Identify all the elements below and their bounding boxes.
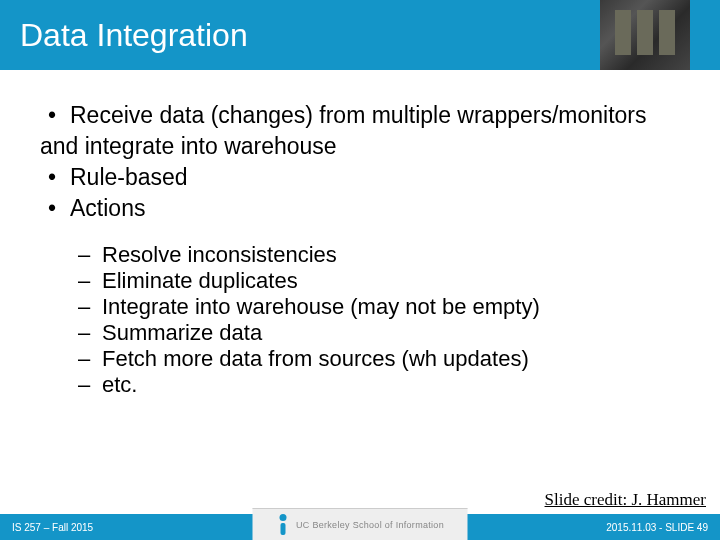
bullet-item: Actions — [40, 193, 680, 224]
footer-right-text: 2015.11.03 - SLIDE 49 — [606, 522, 708, 533]
sub-bullet-item: Resolve inconsistencies — [78, 242, 680, 268]
footer-center-text: UC Berkeley School of Information — [296, 520, 444, 530]
sub-bullet-item: Summarize data — [78, 320, 680, 346]
slide-footer: IS 257 – Fall 2015 UC Berkeley School of… — [0, 514, 720, 540]
slide-title: Data Integration — [20, 17, 248, 54]
sub-bullet-item: Integrate into warehouse (may not be emp… — [78, 294, 680, 320]
footer-left-text: IS 257 – Fall 2015 — [12, 522, 93, 533]
berkeley-logo-icon — [276, 514, 290, 536]
slide-header: Data Integration — [0, 0, 720, 70]
sub-bullet-item: Eliminate duplicates — [78, 268, 680, 294]
sub-bullet-list: Resolve inconsistencies Eliminate duplic… — [78, 242, 680, 398]
footer-center-badge: UC Berkeley School of Information — [253, 508, 468, 540]
main-bullet-list: Receive data (changes) from multiple wra… — [40, 100, 680, 224]
bullet-item: Rule-based — [40, 162, 680, 193]
sub-bullet-item: Fetch more data from sources (wh updates… — [78, 346, 680, 372]
sub-bullet-item: etc. — [78, 372, 680, 398]
header-decorative-image — [600, 0, 690, 70]
slide-content: Receive data (changes) from multiple wra… — [0, 70, 720, 398]
slide-credit: Slide credit: J. Hammer — [545, 490, 706, 510]
bullet-item: Receive data (changes) from multiple wra… — [40, 100, 680, 162]
